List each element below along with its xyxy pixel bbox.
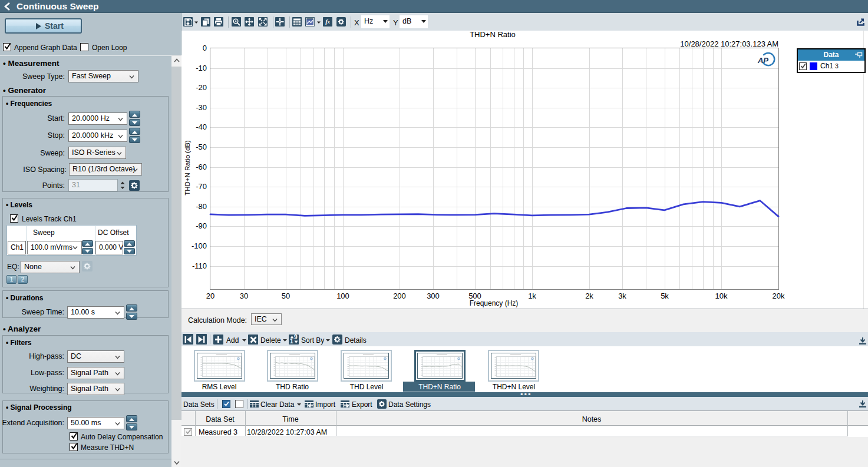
svg-text:-10: -10 (196, 64, 207, 72)
svg-text:-20: -20 (196, 83, 207, 92)
svg-text:-60: -60 (196, 163, 207, 171)
svg-text:5k: 5k (661, 292, 669, 300)
svg-text:-90: -90 (196, 221, 207, 230)
svg-text:50: 50 (282, 292, 290, 300)
svg-text:Frequency (Hz): Frequency (Hz) (470, 299, 519, 307)
svg-text:-40: -40 (196, 122, 207, 131)
svg-text:THD+N Ratio: THD+N Ratio (470, 31, 516, 39)
svg-text:20: 20 (206, 292, 214, 300)
svg-text:300: 300 (427, 292, 440, 300)
svg-text:1k: 1k (528, 292, 536, 300)
svg-text:-70: -70 (196, 182, 207, 191)
svg-text:THD+N Ratio (dB): THD+N Ratio (dB) (184, 140, 191, 196)
svg-text:10/28/2022 10:27:03.123 AM: 10/28/2022 10:27:03.123 AM (680, 39, 778, 48)
svg-text:-80: -80 (196, 202, 207, 211)
svg-text:AP: AP (757, 56, 768, 65)
svg-text:-30: -30 (196, 103, 207, 112)
svg-text:100: 100 (336, 292, 349, 300)
svg-text:-100: -100 (192, 241, 207, 250)
svg-text:-50: -50 (196, 143, 207, 151)
svg-text:200: 200 (393, 292, 406, 300)
svg-text:3k: 3k (618, 292, 626, 300)
svg-text:30: 30 (240, 292, 248, 300)
svg-text:-110: -110 (192, 261, 207, 270)
svg-text:10k: 10k (715, 292, 728, 300)
svg-text:2k: 2k (585, 292, 593, 300)
svg-text:20k: 20k (773, 292, 785, 300)
svg-text:0: 0 (203, 44, 207, 52)
